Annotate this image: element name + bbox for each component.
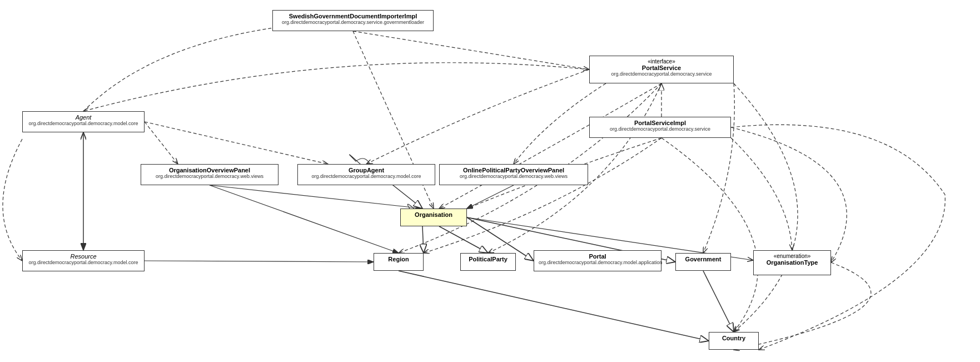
edge-portalserviceimpl-outer-country [731,125,945,350]
node-name-politicalparty: PoliticalParty [465,256,511,262]
edge-portalserviceimpl-organisationtype [731,138,792,250]
node-swedish-gov-importer: SwedishGovernmentDocumentImporterImpl or… [272,10,434,31]
edge-government-country [703,271,734,332]
node-portal-service-impl: PortalServiceImpl org.directdemocracypor… [589,117,731,138]
node-pkg-portalserviceimpl: org.directdemocracyportal.democracy.serv… [594,126,726,132]
node-pkg-orgoverviewpanel: org.directdemocracyportal.democracy.web.… [146,173,273,179]
edge-resource-region [145,261,374,262]
node-name-swedish: SwedishGovernmentDocumentImporterImpl [277,13,429,19]
edge-portalservice-organisation [439,83,661,209]
node-pkg-groupagent: org.directdemocracyportal.democracy.mode… [302,173,430,179]
node-name-orgoverviewpanel: OrganisationOverviewPanel [146,167,273,173]
edge-organisation-region [422,226,424,253]
node-stereotype-orgtype: «enumeration» [758,253,826,259]
edge-portalserviceimpl-region [424,138,661,253]
node-name-region: Region [379,256,419,262]
node-portal-service: «interface» PortalService org.directdemo… [589,56,734,83]
node-name-organisation: Organisation [405,211,462,218]
node-organisation-type: «enumeration» OrganisationType [753,250,831,275]
node-pkg-resource: org.directdemocracyportal.democracy.mode… [27,260,140,265]
node-organisation-overview-panel: OrganisationOverviewPanel org.directdemo… [141,164,278,185]
node-portal: Portal org.directdemocracyportal.democra… [534,250,661,271]
node-government: Government [675,253,731,271]
node-agent: Agent org.directdemocracyportal.democrac… [22,111,145,132]
edge-onlinepolitical-organisation [467,185,514,209]
edge-portalservice-country [734,83,798,332]
node-online-political-party-panel: OnlinePoliticalPartyOverviewPanel org.di… [439,164,588,185]
edge-portalservice-agent [83,63,589,111]
edge-portalserviceimpl-country [661,138,758,332]
edge-portalservice-groupagent [366,70,589,164]
node-name-portalservice: PortalService [594,65,729,71]
node-name-onlinepolitical: OnlinePoliticalPartyOverviewPanel [444,167,583,173]
node-organisation: Organisation [400,209,467,226]
node-region: Region [374,253,424,271]
node-name-country: Country [714,335,754,341]
node-pkg-portalservice: org.directdemocracyportal.democracy.serv… [594,71,729,77]
node-name-orgtype: OrganisationType [758,259,826,266]
node-resource: Resource org.directdemocracyportal.democ… [22,250,145,271]
node-political-party: PoliticalParty [460,253,516,271]
node-pkg-agent: org.directdemocracyportal.democracy.mode… [27,121,140,126]
node-pkg-portal: org.directdemocracyportal.democracy.mode… [539,260,656,265]
node-name-government: Government [680,256,726,262]
edge-portalservice-government [703,83,734,253]
edge-region-country [399,271,709,341]
node-name-agent: Agent [27,114,140,121]
node-country: Country [709,332,759,350]
edge-portalserviceimpl-arc-orgtype [731,127,847,262]
node-name-groupagent: GroupAgent [302,167,430,173]
edge-agent-groupagent [145,122,328,164]
node-name-portal: Portal [539,253,656,260]
diagram-container: SwedishGovernmentDocumentImporterImpl or… [0,0,980,362]
node-stereotype-portalservice: «interface» [594,58,729,65]
node-pkg-onlinepolitical: org.directdemocracyportal.democracy.web.… [444,173,583,179]
node-name-resource: Resource [27,253,140,260]
node-name-portalserviceimpl: PortalServiceImpl [594,120,726,126]
edge-agent-outer-loop [3,139,22,261]
edge-organisation-politicalparty [439,226,488,253]
node-group-agent: GroupAgent org.directdemocracyportal.dem… [297,164,435,185]
edge-agent-swedishtop [83,21,353,111]
node-pkg-swedish: org.directdemocracyportal.democracy.serv… [277,19,429,25]
